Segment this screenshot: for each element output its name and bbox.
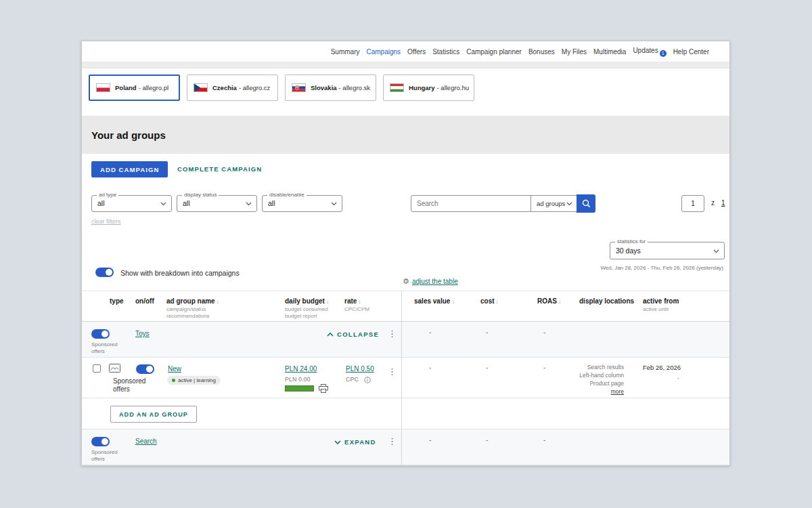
row-menu-icon[interactable]: ⋮	[388, 329, 397, 338]
frozen-columns-divider	[401, 291, 402, 465]
chevron-up-icon	[327, 333, 334, 337]
complete-campaign-button[interactable]: COMPLETE CAMPAIGN	[177, 165, 262, 173]
campaign-row-search: Sponsored offers Search EXPAND ⋮ - - -	[82, 429, 729, 465]
column-subheader-campaign-status: campaign/status	[166, 306, 206, 312]
campaign-toggle[interactable]	[91, 329, 110, 339]
chevron-down-icon	[334, 440, 341, 444]
top-nav: Summary Campaigns Offers Statistics Camp…	[82, 41, 729, 62]
disable-enable-filter-value: all	[263, 196, 342, 211]
add-campaign-button[interactable]: ADD CAMPAIGN	[91, 161, 168, 177]
display-locations-cell: Search results Left-hand column Product …	[549, 363, 624, 396]
campaign-type-label: Sponsored offers	[91, 449, 122, 462]
printer-icon[interactable]	[319, 384, 328, 393]
column-header-roas[interactable]: ROAS↓	[537, 297, 561, 305]
expand-label: EXPAND	[344, 438, 376, 446]
market-tab-hungary[interactable]: Hungary- allegro.hu	[383, 75, 474, 101]
collapse-label: COLLAPSE	[337, 331, 379, 338]
column-header-ad-group-name[interactable]: ad group name↓	[166, 297, 219, 305]
column-header-cost[interactable]: cost↓	[480, 297, 499, 305]
ad-group-name-link[interactable]: New	[168, 365, 181, 373]
ad-group-toggle[interactable]	[136, 364, 154, 374]
add-ad-group-button[interactable]: ADD AN AD GROUP	[110, 406, 197, 423]
nav-offers[interactable]: Offers	[407, 48, 426, 56]
nav-bonuses[interactable]: Bonuses	[528, 48, 555, 56]
display-status-filter[interactable]: display status all	[177, 195, 257, 212]
breakdown-toggle[interactable]	[95, 268, 114, 277]
location-item: Product page	[549, 379, 624, 387]
search-button[interactable]	[577, 194, 595, 213]
campaign-name-link[interactable]: Toys	[135, 330, 150, 337]
active-status-dot	[172, 379, 175, 382]
column-header-label: sales value	[414, 297, 450, 305]
market-name: Poland	[115, 84, 137, 91]
search-input[interactable]	[411, 195, 531, 212]
sales-value-cell: -	[429, 364, 431, 371]
nav-campaigns[interactable]: Campaigns	[367, 48, 401, 56]
market-tab-czechia[interactable]: Czechia- allegro.cz	[187, 75, 278, 101]
display-status-filter-label: display status	[182, 192, 219, 198]
status-badge-label: active | learning	[178, 377, 216, 383]
market-tab-label: Slovakia- allegro.sk	[311, 84, 370, 91]
roas-cell: -	[543, 364, 545, 371]
statistics-date-range: Wed, Jan 28, 2026 - Thu, Feb 26, 2026 (y…	[600, 265, 723, 271]
czechia-flag-icon	[194, 83, 208, 92]
search-scope-value: ad groups	[537, 200, 565, 207]
budget-progress-bar	[285, 385, 314, 391]
clear-filters-link[interactable]: clear filters	[91, 218, 121, 225]
more-locations-link[interactable]: more	[549, 387, 624, 396]
row-menu-icon[interactable]: ⋮	[388, 367, 397, 376]
rate-link[interactable]: PLN 0.50	[346, 365, 374, 373]
nav-multimedia[interactable]: Multimedia	[593, 48, 626, 56]
chevron-down-icon	[246, 202, 252, 206]
column-header-active-from: active from	[643, 297, 679, 305]
ad-type-filter-value: all	[92, 196, 171, 211]
market-domain: - allegro.cz	[239, 84, 270, 91]
nav-my-files[interactable]: My Files	[562, 48, 587, 56]
campaign-toggle[interactable]	[91, 437, 110, 446]
rate-type-label: CPC	[346, 376, 359, 383]
page-number-input[interactable]	[681, 195, 704, 212]
offer-thumbnail-icon	[109, 364, 120, 373]
nav-updates[interactable]: Updates1	[633, 47, 666, 57]
nav-help-center[interactable]: Help Center	[673, 48, 709, 56]
column-header-label: ROAS	[537, 297, 557, 305]
statistics-period-label: statistics for	[615, 238, 648, 245]
adjust-table-link[interactable]: adjust the table	[412, 278, 458, 285]
adjust-table[interactable]: ⚙ adjust the table	[403, 277, 458, 286]
disable-enable-filter[interactable]: disable/enable all	[262, 195, 342, 212]
market-tab-slovakia[interactable]: Slovakia- allegro.sk	[285, 75, 376, 101]
column-header-label: cost	[480, 297, 495, 305]
ad-type-filter[interactable]: ad type all	[91, 195, 172, 212]
campaign-name-link[interactable]: Search	[135, 438, 157, 445]
row-checkbox[interactable]	[93, 364, 101, 373]
column-subheader-cpc-cpm: CPC/CPM	[344, 306, 369, 312]
location-item: Left-hand column	[549, 371, 624, 379]
expand-button[interactable]: EXPAND	[334, 438, 376, 446]
nav-statistics[interactable]: Statistics	[432, 48, 459, 56]
column-header-rate[interactable]: rate↓	[344, 297, 361, 305]
market-domain: - allegro.hu	[437, 84, 470, 91]
gear-icon: ⚙	[403, 277, 409, 286]
ad-group-row-new: Sponsored offers New active | learning P…	[82, 358, 729, 398]
search-scope-select[interactable]: ad groups	[531, 195, 577, 212]
sales-value-cell: -	[429, 436, 431, 444]
statistics-period-select[interactable]: statistics for 30 days	[610, 242, 725, 259]
market-domain: - allegro.pl	[139, 84, 168, 91]
collapse-button[interactable]: COLLAPSE	[327, 331, 379, 338]
poland-flag-icon	[96, 83, 110, 92]
column-header-daily-budget[interactable]: daily budget↓	[285, 297, 329, 305]
sales-value-cell: -	[429, 329, 431, 336]
row-menu-icon[interactable]: ⋮	[388, 437, 397, 446]
nav-campaign-planner[interactable]: Campaign planner	[466, 48, 522, 56]
info-icon[interactable]	[364, 377, 371, 383]
page-of-label: z	[711, 199, 715, 207]
sort-down-icon: ↓	[358, 299, 361, 305]
market-tabs: Poland- allegro.pl Czechia- allegro.cz S…	[89, 75, 474, 101]
page-total-link[interactable]: 1	[721, 199, 725, 207]
market-tab-label: Poland- allegro.pl	[115, 84, 168, 91]
column-header-sales-value[interactable]: sales value↓	[414, 297, 454, 305]
market-tab-poland[interactable]: Poland- allegro.pl	[89, 75, 180, 101]
column-header-label: rate	[344, 297, 357, 305]
daily-budget-link[interactable]: PLN 24.00	[285, 365, 317, 373]
nav-summary[interactable]: Summary	[331, 48, 360, 56]
